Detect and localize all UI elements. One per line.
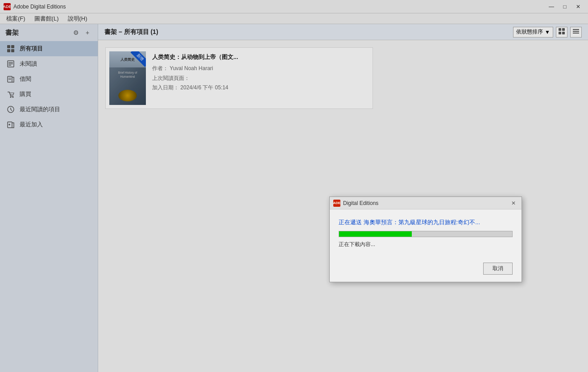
modal-overlay: ADE Digital Editions ✕ 正在遞送 海奧華預言：第九級星球的… [0,0,588,372]
modal-sending-text: 正在遞送 海奧華預言：第九級星球的九日旅程:奇幻不... [339,218,513,226]
modal-titlebar: ADE Digital Editions ✕ [330,197,522,209]
modal-footer: 取消 [330,263,522,282]
progress-bar-container [339,231,513,237]
progress-bar-fill [339,231,412,237]
modal-close-button[interactable]: ✕ [509,199,518,207]
modal-body: 正在遞送 海奧華預言：第九級星球的九日旅程:奇幻不... 正在下載內容... [330,209,522,263]
modal-cancel-button[interactable]: 取消 [483,263,513,275]
modal-status-text: 正在下載內容... [339,241,513,248]
download-modal: ADE Digital Editions ✕ 正在遞送 海奧華預言：第九級星球的… [329,196,522,282]
modal-title: Digital Editions [343,200,378,206]
modal-app-icon: ADE [333,200,340,207]
modal-title-left: ADE Digital Editions [333,200,378,207]
